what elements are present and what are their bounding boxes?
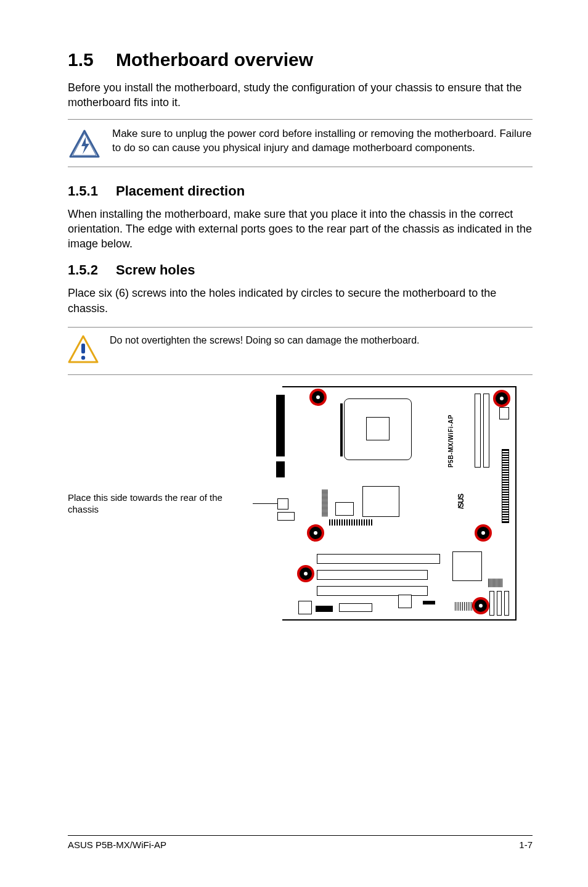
rear-jack xyxy=(277,498,288,510)
front-panel xyxy=(455,602,472,611)
rear-port xyxy=(276,461,285,477)
dimm-slot xyxy=(483,394,489,468)
screw-hole xyxy=(309,389,327,406)
small-header xyxy=(488,579,503,587)
section-number: 1.5 xyxy=(68,49,116,70)
northbridge xyxy=(362,486,399,517)
rear-io-shield xyxy=(276,395,285,456)
overtighten-callout: Do not overtighten the screws! Doing so … xyxy=(68,327,533,375)
icon-column xyxy=(68,127,101,158)
ide-header xyxy=(329,519,374,526)
svg-rect-4 xyxy=(81,344,85,353)
sata xyxy=(489,591,494,616)
motherboard-diagram: /SUS P5B-MX/WiFi-AP xyxy=(282,386,517,621)
diagram-caption: Place this side towards the rear of the … xyxy=(68,492,253,516)
subsection1-number: 1.5.1 xyxy=(68,183,116,199)
footer-right: 1-7 xyxy=(519,840,533,850)
footer-left: ASUS P5B-MX/WiFi-AP xyxy=(68,840,166,850)
small-header xyxy=(423,601,435,604)
svg-marker-2 xyxy=(81,137,89,154)
caution-icon xyxy=(68,335,99,363)
sata xyxy=(497,591,502,616)
subsection2-title: Screw holes xyxy=(116,262,195,278)
section-intro: Before you install the motherboard, stud… xyxy=(68,80,533,110)
connector xyxy=(339,603,372,612)
board-model-label: P5B-MX/WiFi-AP xyxy=(447,415,454,468)
subsection1-body: When installing the motherboard, make su… xyxy=(68,207,533,252)
pci-slot xyxy=(317,554,440,564)
cpu-socket xyxy=(366,417,390,440)
screw-hole xyxy=(297,565,314,582)
socket-lever xyxy=(340,403,343,456)
section-title: Motherboard overview xyxy=(116,49,313,70)
southbridge xyxy=(452,551,482,581)
sata xyxy=(504,591,509,616)
chip xyxy=(298,601,312,614)
section-heading: 1.5Motherboard overview xyxy=(68,49,533,70)
rear-jack xyxy=(277,512,295,521)
screw-hole xyxy=(307,524,324,542)
power-warning-text: Make sure to unplug the power cord befor… xyxy=(112,127,533,158)
small-header xyxy=(499,407,509,419)
header xyxy=(322,505,328,517)
lightning-triangle-icon xyxy=(69,130,100,158)
svg-point-5 xyxy=(81,356,85,360)
icon-column xyxy=(68,335,99,366)
screw-hole xyxy=(493,390,510,407)
diagram-row: Place this side towards the rear of the … xyxy=(68,386,533,621)
subsection-heading-placement: 1.5.1Placement direction xyxy=(68,183,533,199)
small-chip xyxy=(335,502,354,516)
small-chip xyxy=(398,595,412,608)
overtighten-text: Do not overtighten the screws! Doing so … xyxy=(110,335,420,366)
power-warning-callout: Make sure to unplug the power cord befor… xyxy=(68,119,533,167)
page-footer: ASUS P5B-MX/WiFi-AP 1-7 xyxy=(68,835,533,850)
atx-power xyxy=(502,449,509,523)
subsection2-body: Place six (6) screws into the holes indi… xyxy=(68,286,533,316)
subsection2-number: 1.5.2 xyxy=(68,262,116,278)
dimm-slot xyxy=(475,394,481,468)
asus-logo: /SUS xyxy=(457,494,465,509)
screw-hole xyxy=(475,524,492,542)
subsection-heading-screw: 1.5.2Screw holes xyxy=(68,262,533,278)
connector xyxy=(316,606,333,612)
pcie-slot xyxy=(317,570,428,580)
screw-hole xyxy=(472,597,489,614)
subsection1-title: Placement direction xyxy=(116,183,245,199)
